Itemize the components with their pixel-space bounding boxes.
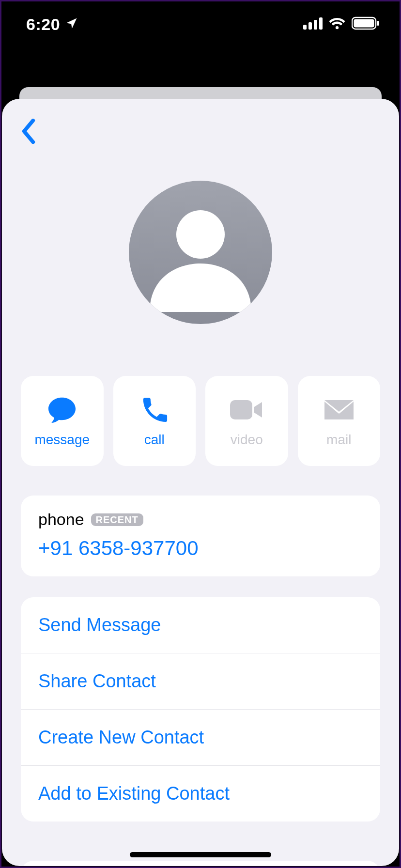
svg-rect-5 (354, 19, 374, 28)
call-button[interactable]: call (113, 376, 196, 466)
video-button: video (205, 376, 288, 466)
message-label: message (34, 432, 90, 448)
phone-label-row: phone RECENT (38, 510, 363, 529)
block-caller-option[interactable]: Block this Caller (21, 861, 380, 866)
recent-badge: RECENT (91, 513, 143, 526)
svg-rect-1 (308, 22, 312, 30)
svg-rect-0 (303, 25, 307, 30)
status-bar: 6:20 (0, 0, 401, 48)
location-arrow-icon (65, 15, 78, 34)
send-message-option[interactable]: Send Message (21, 597, 380, 653)
person-silhouette-icon (140, 191, 261, 314)
phone-type-label: phone (38, 510, 84, 529)
block-caller-card: Block this Caller (21, 861, 380, 866)
mail-icon (323, 394, 355, 425)
chevron-left-icon (20, 119, 37, 146)
svg-point-7 (176, 210, 225, 259)
cellular-signal-icon (303, 17, 323, 31)
avatar-container (2, 99, 399, 324)
contact-avatar[interactable] (129, 181, 272, 324)
battery-icon (352, 16, 380, 32)
mail-button: mail (298, 376, 381, 466)
phone-icon (140, 394, 169, 425)
call-label: call (144, 432, 165, 448)
svg-rect-3 (319, 17, 323, 30)
contact-options-card: Send Message Share Contact Create New Co… (21, 597, 380, 822)
create-new-contact-option[interactable]: Create New Contact (21, 710, 380, 766)
message-icon (46, 394, 77, 425)
wifi-icon (328, 17, 346, 31)
mail-label: mail (326, 432, 351, 448)
svg-rect-6 (377, 21, 379, 26)
phone-number[interactable]: +91 6358-937700 (38, 537, 363, 560)
status-left: 6:20 (26, 15, 78, 34)
share-contact-option[interactable]: Share Contact (21, 653, 380, 710)
message-button[interactable]: message (21, 376, 104, 466)
status-time: 6:20 (26, 15, 60, 34)
phone-info-card[interactable]: phone RECENT +91 6358-937700 (21, 496, 380, 576)
back-button[interactable] (15, 119, 42, 146)
video-label: video (231, 432, 263, 448)
annotation-arrow (284, 866, 399, 866)
phone-screen: 6:20 (0, 0, 401, 868)
add-to-existing-contact-option[interactable]: Add to Existing Contact (21, 766, 380, 822)
video-icon (229, 394, 264, 425)
svg-rect-2 (314, 20, 317, 30)
svg-rect-8 (230, 400, 252, 419)
status-right (303, 16, 380, 32)
home-indicator[interactable] (130, 852, 271, 857)
contact-detail-sheet: message call (2, 99, 399, 866)
action-buttons-row: message call (21, 376, 380, 466)
